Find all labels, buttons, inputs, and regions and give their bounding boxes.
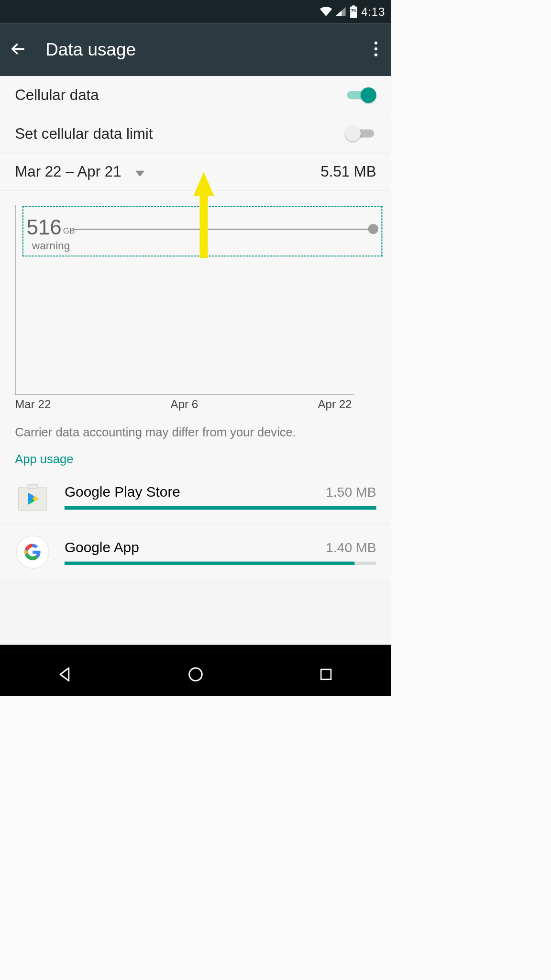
usage-progress-bar: [65, 562, 376, 565]
warning-threshold-line[interactable]: [73, 229, 370, 230]
chart-x-label: Apr 22: [318, 398, 352, 411]
wifi-icon: [320, 7, 332, 16]
billing-cycle-row[interactable]: Mar 22 – Apr 21 5.51 MB: [0, 153, 391, 191]
warning-threshold-label: warning: [32, 240, 70, 252]
app-name: Google App: [65, 539, 139, 556]
svg-point-6: [189, 668, 202, 681]
app-usage-item[interactable]: Google Play Store 1.50 MB: [0, 469, 391, 525]
app-usage-title: App usage: [0, 445, 391, 469]
app-usage-amount: 1.50 MB: [326, 484, 376, 500]
carrier-disclaimer: Carrier data accounting may differ from …: [0, 414, 391, 445]
chart-x-label: Mar 22: [15, 398, 51, 411]
navigation-bar: [0, 653, 391, 696]
svg-point-1: [375, 47, 377, 50]
warning-threshold-value: 516 GB: [26, 215, 75, 239]
app-bar: Data usage: [0, 23, 391, 76]
cell-signal-icon: [335, 7, 345, 16]
nav-home-icon[interactable]: [185, 664, 206, 685]
app-usage-amount: 1.40 MB: [326, 540, 376, 555]
svg-point-0: [375, 42, 377, 45]
cellular-data-toggle[interactable]: [345, 86, 376, 104]
svg-point-2: [375, 54, 377, 56]
billing-cycle-range: Mar 22 – Apr 21: [15, 163, 121, 180]
page-title: Data usage: [45, 39, 136, 60]
app-name: Google Play Store: [65, 484, 180, 500]
cellular-data-label: Cellular data: [15, 87, 99, 104]
set-data-limit-label: Set cellular data limit: [15, 125, 153, 142]
chart-y-axis: [15, 205, 15, 395]
nav-recents-icon[interactable]: [315, 664, 337, 685]
usage-progress-bar: [65, 506, 376, 510]
usage-chart: 516 GB warning Mar 22 Apr 6 Apr 22: [0, 205, 391, 414]
chart-x-label: Apr 6: [171, 398, 198, 411]
svg-rect-7: [321, 669, 331, 679]
chart-x-labels: Mar 22 Apr 6 Apr 22: [15, 398, 376, 411]
total-usage-value: 5.51 MB: [320, 163, 376, 180]
status-bar: 70 4:13: [0, 0, 391, 23]
chart-highlight-box: [22, 206, 383, 256]
set-data-limit-toggle[interactable]: [345, 125, 376, 143]
set-data-limit-row[interactable]: Set cellular data limit: [0, 114, 391, 153]
google-app-icon: [15, 535, 50, 570]
status-clock: 4:13: [361, 5, 385, 18]
overflow-menu-icon[interactable]: [370, 37, 382, 62]
nav-back-icon[interactable]: [55, 664, 76, 685]
cellular-data-row[interactable]: Cellular data: [0, 76, 391, 114]
dropdown-caret-icon: [135, 163, 145, 180]
play-store-icon: [15, 479, 50, 514]
warning-threshold-handle[interactable]: [368, 224, 378, 234]
app-usage-item[interactable]: Google App 1.40 MB: [0, 525, 391, 580]
back-icon[interactable]: [10, 40, 27, 59]
battery-icon: 70: [349, 5, 358, 18]
battery-percent: 70: [349, 8, 358, 13]
chart-x-axis: [15, 394, 354, 395]
